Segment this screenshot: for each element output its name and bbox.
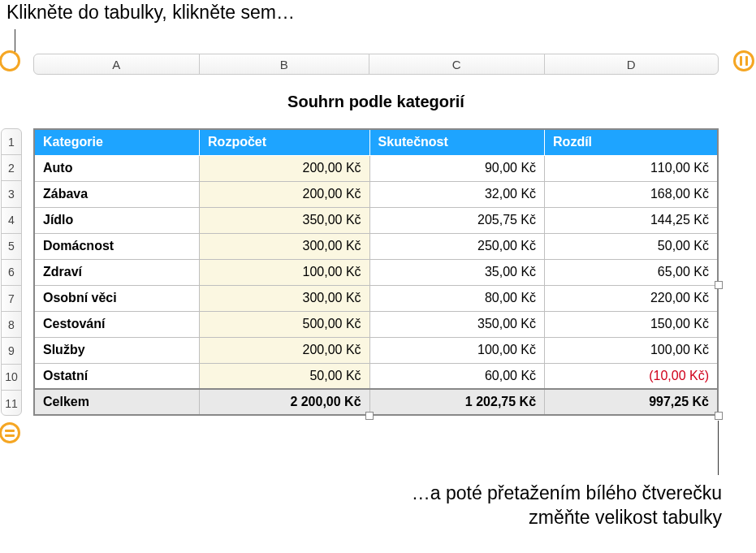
cell-actual[interactable]: 32,00 Kč (369, 181, 544, 207)
cell-category[interactable]: Zábava (34, 181, 200, 207)
table-resize-handle[interactable] (715, 412, 723, 420)
table-row[interactable]: Zábava200,00 Kč32,00 Kč168,00 Kč (34, 181, 718, 207)
cell-diff[interactable]: 110,00 Kč (545, 155, 718, 181)
table-title[interactable]: Souhrn podle kategorií (33, 93, 719, 111)
row-resize-handle[interactable] (715, 281, 723, 289)
table-row[interactable]: Služby200,00 Kč100,00 Kč100,00 Kč (34, 337, 718, 363)
column-header-D[interactable]: D (545, 54, 718, 74)
cell-budget[interactable]: 200,00 Kč (200, 181, 370, 207)
cell-budget[interactable]: 500,00 Kč (200, 311, 370, 337)
cell-diff[interactable]: 168,00 Kč (545, 181, 718, 207)
row-header-6[interactable]: 6 (2, 260, 21, 286)
cell-diff[interactable]: 100,00 Kč (545, 337, 718, 363)
cell-actual[interactable]: 80,00 Kč (369, 285, 544, 311)
table-row[interactable]: Jídlo350,00 Kč205,75 Kč144,25 Kč (34, 207, 718, 233)
cell-budget[interactable]: 50,00 Kč (200, 363, 370, 389)
cell-budget[interactable]: 300,00 Kč (200, 285, 370, 311)
table-row[interactable]: Osobní věci300,00 Kč80,00 Kč220,00 Kč (34, 285, 718, 311)
cell-actual[interactable]: 205,75 Kč (369, 207, 544, 233)
cell-category[interactable]: Osobní věci (34, 285, 200, 311)
header-row[interactable]: Kategorie Rozpočet Skutečnost Rozdíl (34, 129, 718, 155)
callout-top-text: Klikněte do tabulky, klikněte sem… (6, 2, 295, 24)
cell-category[interactable]: Domácnost (34, 233, 200, 259)
cell-budget[interactable]: 350,00 Kč (200, 207, 370, 233)
data-table[interactable]: Kategorie Rozpočet Skutečnost Rozdíl Aut… (33, 128, 719, 416)
cell-budget[interactable]: 100,00 Kč (200, 259, 370, 285)
cell-diff[interactable]: 150,00 Kč (545, 311, 718, 337)
cell-actual[interactable]: 1 202,75 Kč (369, 389, 544, 415)
cell-category[interactable]: Ostatní (34, 363, 200, 389)
cell-actual[interactable]: 250,00 Kč (369, 233, 544, 259)
cell-diff[interactable]: 144,25 Kč (545, 207, 718, 233)
cell-category[interactable]: Jídlo (34, 207, 200, 233)
select-all-handle[interactable] (0, 50, 20, 71)
table-row[interactable]: Ostatní50,00 Kč60,00 Kč(10,00 Kč) (34, 363, 718, 389)
header-actual[interactable]: Skutečnost (369, 129, 544, 155)
row-header-7[interactable]: 7 (2, 286, 21, 312)
cell-budget[interactable]: 200,00 Kč (200, 155, 370, 181)
column-header-B[interactable]: B (200, 54, 370, 74)
cell-category[interactable]: Cestování (34, 311, 200, 337)
cell-actual[interactable]: 350,00 Kč (369, 311, 544, 337)
callout-bottom-line1: …a poté přetažením bílého čtverečku (412, 482, 722, 506)
row-header-2[interactable]: 2 (2, 155, 21, 181)
column-header-C[interactable]: C (369, 54, 544, 74)
cell-category[interactable]: Služby (34, 337, 200, 363)
row-header-bar[interactable]: 1234567891011 (1, 128, 22, 416)
cell-diff[interactable]: 65,00 Kč (545, 259, 718, 285)
column-header-bar[interactable]: A B C D (33, 54, 719, 75)
column-header-A[interactable]: A (34, 54, 200, 74)
cell-budget[interactable]: 300,00 Kč (200, 233, 370, 259)
row-header-9[interactable]: 9 (2, 338, 21, 364)
cell-actual[interactable]: 100,00 Kč (369, 337, 544, 363)
table-row[interactable]: Zdraví100,00 Kč35,00 Kč65,00 Kč (34, 259, 718, 285)
add-row-handle[interactable] (0, 422, 20, 443)
cell-category[interactable]: Auto (34, 155, 200, 181)
table-row-total[interactable]: Celkem2 200,00 Kč1 202,75 Kč997,25 Kč (34, 389, 718, 415)
row-header-1[interactable]: 1 (2, 129, 21, 155)
cell-diff[interactable]: (10,00 Kč) (545, 363, 718, 389)
cell-diff[interactable]: 50,00 Kč (545, 233, 718, 259)
cell-budget[interactable]: 2 200,00 Kč (200, 389, 370, 415)
row-header-3[interactable]: 3 (2, 181, 21, 207)
callout-bottom-line2: změňte velikost tabulky (412, 506, 722, 530)
table-row[interactable]: Auto200,00 Kč90,00 Kč110,00 Kč (34, 155, 718, 181)
cell-actual[interactable]: 90,00 Kč (369, 155, 544, 181)
cell-actual[interactable]: 60,00 Kč (369, 363, 544, 389)
row-header-8[interactable]: 8 (2, 312, 21, 338)
cell-actual[interactable]: 35,00 Kč (369, 259, 544, 285)
column-resize-handle[interactable] (365, 412, 374, 420)
header-budget[interactable]: Rozpočet (200, 129, 370, 155)
header-diff[interactable]: Rozdíl (545, 129, 718, 155)
row-header-10[interactable]: 10 (2, 365, 21, 391)
row-header-4[interactable]: 4 (2, 208, 21, 234)
callout-bottom-leader (718, 421, 719, 475)
callout-bottom-text: …a poté přetažením bílého čtverečku změň… (412, 482, 722, 530)
cell-budget[interactable]: 200,00 Kč (200, 337, 370, 363)
table-row[interactable]: Cestování500,00 Kč350,00 Kč150,00 Kč (34, 311, 718, 337)
add-column-handle[interactable] (733, 50, 754, 71)
cell-diff[interactable]: 997,25 Kč (545, 389, 718, 415)
header-category[interactable]: Kategorie (34, 129, 200, 155)
cell-diff[interactable]: 220,00 Kč (545, 285, 718, 311)
cell-category[interactable]: Zdraví (34, 259, 200, 285)
row-header-11[interactable]: 11 (2, 391, 21, 416)
row-header-5[interactable]: 5 (2, 234, 21, 260)
table-row[interactable]: Domácnost300,00 Kč250,00 Kč50,00 Kč (34, 233, 718, 259)
cell-category[interactable]: Celkem (34, 389, 200, 415)
